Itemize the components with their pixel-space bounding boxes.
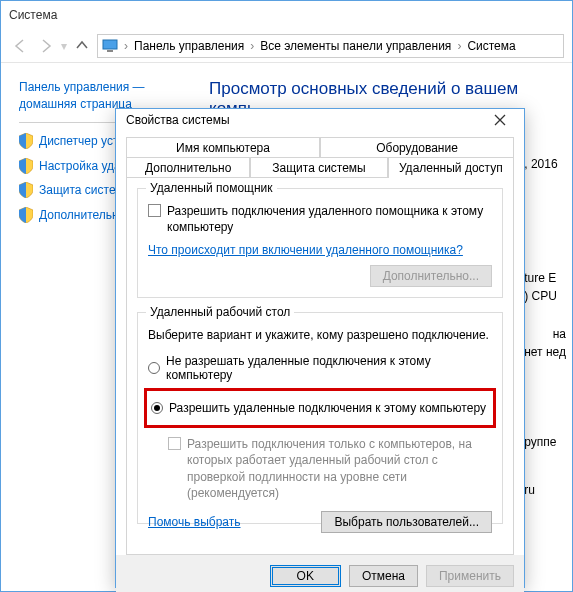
- checkbox-allow-remote-assistance[interactable]: Разрешить подключения удаленного помощни…: [148, 203, 492, 235]
- radio-deny-remote[interactable]: Не разрешать удаленные подключения к это…: [148, 354, 492, 382]
- svg-rect-1: [107, 50, 113, 52]
- close-icon: [494, 114, 506, 126]
- group-remote-desktop: Удаленный рабочий стол Выберите вариант …: [137, 312, 503, 524]
- breadcrumb-item[interactable]: Система: [467, 39, 515, 53]
- partial-text: , 2016 ture E ) CPU на нет нед руппе ru: [524, 155, 566, 499]
- group-description: Выберите вариант и укажите, кому разреше…: [148, 327, 492, 344]
- group-title: Удаленный помощник: [146, 181, 277, 195]
- window-title: Система: [9, 8, 57, 22]
- forward-arrow-icon[interactable]: [35, 35, 57, 57]
- radio-allow-remote[interactable]: Разрешить удаленные подключения к этому …: [151, 401, 489, 415]
- tab-system-protection[interactable]: Защита системы: [250, 157, 387, 178]
- breadcrumb-item[interactable]: Все элементы панели управления: [260, 39, 451, 53]
- checkbox-nla-only[interactable]: Разрешить подключения только с компьютер…: [168, 436, 492, 501]
- group-remote-assistance: Удаленный помощник Разрешить подключения…: [137, 188, 503, 298]
- shield-icon: [19, 182, 33, 198]
- button-select-users[interactable]: Выбрать пользователей...: [321, 511, 492, 533]
- dialog-titlebar: Свойства системы: [116, 109, 524, 131]
- radio-label: Не разрешать удаленные подключения к это…: [166, 354, 492, 382]
- dialog-button-row: OK Отмена Применить: [116, 555, 524, 592]
- chevron-right-icon: ›: [457, 39, 461, 53]
- back-arrow-icon[interactable]: [9, 35, 31, 57]
- chevron-right-icon: ›: [124, 39, 128, 53]
- sidebar-item-label: Защита систем: [39, 182, 124, 199]
- computer-icon: [102, 39, 118, 53]
- tab-advanced[interactable]: Дополнительно: [126, 157, 250, 178]
- radio-label: Разрешить удаленные подключения к этому …: [169, 401, 486, 415]
- button-remote-assistance-advanced: Дополнительно...: [370, 265, 492, 287]
- checkbox-label: Разрешить подключения удаленного помощни…: [167, 203, 492, 235]
- tab-computer-name[interactable]: Имя компьютера: [126, 137, 320, 158]
- svg-rect-0: [103, 40, 117, 49]
- checkbox-icon: [168, 437, 181, 450]
- checkbox-icon: [148, 204, 161, 217]
- tab-strip: Имя компьютера Оборудование Дополнительн…: [126, 137, 514, 555]
- checkbox-label: Разрешить подключения только с компьютер…: [187, 436, 492, 501]
- window-titlebar: Система: [1, 1, 572, 29]
- chevron-right-icon: ›: [250, 39, 254, 53]
- close-button[interactable]: [486, 109, 514, 131]
- tab-hardware[interactable]: Оборудование: [320, 137, 514, 158]
- shield-icon: [19, 158, 33, 174]
- breadcrumb-item[interactable]: Панель управления: [134, 39, 244, 53]
- link-help-choose[interactable]: Помочь выбрать: [148, 515, 241, 529]
- radio-icon: [151, 402, 163, 414]
- group-title: Удаленный рабочий стол: [146, 305, 294, 319]
- cancel-button[interactable]: Отмена: [349, 565, 418, 587]
- tab-panel-remote: Удаленный помощник Разрешить подключения…: [126, 177, 514, 555]
- system-properties-dialog: Свойства системы Имя компьютера Оборудов…: [115, 108, 525, 588]
- sidebar-item-label: Диспетчер устр: [39, 133, 125, 150]
- highlight-box: Разрешить удаленные подключения к этому …: [144, 388, 496, 428]
- tab-remote[interactable]: Удаленный доступ: [388, 157, 514, 178]
- dialog-title: Свойства системы: [126, 113, 230, 127]
- radio-icon: [148, 362, 160, 374]
- nav-bar: ▾ › Панель управления › Все элементы пан…: [1, 29, 572, 63]
- shield-icon: [19, 133, 33, 149]
- shield-icon: [19, 207, 33, 223]
- link-what-happens[interactable]: Что происходит при включении удаленного …: [148, 243, 463, 257]
- up-arrow-icon[interactable]: [71, 35, 93, 57]
- apply-button: Применить: [426, 565, 514, 587]
- ok-button[interactable]: OK: [270, 565, 341, 587]
- address-bar[interactable]: › Панель управления › Все элементы панел…: [97, 34, 564, 58]
